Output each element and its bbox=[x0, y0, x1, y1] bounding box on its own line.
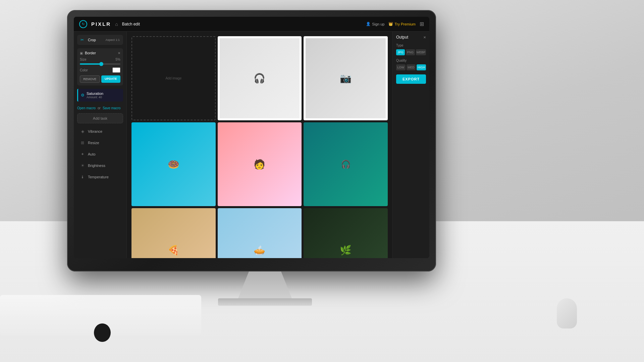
border-buttons: REMOVE UPDATE bbox=[80, 75, 120, 83]
grid-icon[interactable]: ⊞ bbox=[420, 21, 424, 27]
image-cell-donuts[interactable]: 🍩 bbox=[131, 122, 216, 206]
left-sidebar: ✂ Crop Aspect 1:1 ▣ Borde bbox=[74, 32, 127, 258]
crop-section-header[interactable]: ✂ Crop Aspect 1:1 bbox=[77, 35, 123, 45]
saturation-title: Saturation bbox=[87, 92, 120, 96]
output-quality-label: Quality bbox=[396, 59, 426, 62]
quality-med-button[interactable]: MED bbox=[407, 64, 416, 70]
center-content: Add image 🎧 📷 🍩 bbox=[127, 32, 392, 258]
color-label: Color bbox=[80, 68, 88, 72]
resize-icon: ⊞ bbox=[80, 140, 85, 145]
try-premium-label: Try Premium bbox=[394, 22, 416, 26]
open-macro-link[interactable]: Open macro bbox=[77, 106, 96, 110]
output-close-icon[interactable]: ✕ bbox=[423, 36, 426, 39]
temperature-label: Temperature bbox=[88, 175, 109, 179]
app-ui: ↻ PIXLR ⌂ Batch edit 👤 Sign up 👑 bbox=[74, 17, 429, 258]
batch-edit-label: Batch edit bbox=[122, 22, 140, 26]
image-cell-dark-leaves[interactable]: 🌿 bbox=[304, 208, 388, 258]
size-slider-thumb[interactable] bbox=[99, 62, 103, 66]
top-bar-right: 👤 Sign up 👑 Try Premium ⊞ bbox=[366, 21, 424, 27]
saturation-amount: Amount: 40 bbox=[87, 96, 120, 99]
type-buttons: JPG PNG WEBP bbox=[396, 49, 426, 55]
image-cell-teal[interactable]: 🎧 bbox=[304, 122, 388, 206]
task-item-temperature[interactable]: 🌡 Temperature bbox=[77, 172, 123, 182]
add-task-button[interactable]: Add task bbox=[77, 113, 123, 123]
main-area: ✂ Crop Aspect 1:1 ▣ Borde bbox=[74, 32, 429, 258]
monitor-wrapper: ↻ PIXLR ⌂ Batch edit 👤 Sign up 👑 bbox=[67, 10, 463, 318]
saturation-info: Saturation Amount: 40 bbox=[87, 92, 120, 99]
type-webp-button[interactable]: WEBP bbox=[416, 49, 426, 55]
img-dark-leaves: 🌿 bbox=[304, 208, 388, 258]
img-person: 🧑 bbox=[218, 122, 302, 206]
img-headphones: 🎧 bbox=[220, 38, 300, 118]
size-slider-track[interactable] bbox=[80, 63, 120, 65]
img-donuts: 🍩 bbox=[131, 122, 216, 206]
output-type-label: Type bbox=[396, 44, 426, 47]
image-cell-pizza[interactable]: 🍕 bbox=[131, 208, 216, 258]
image-cell-headphones[interactable]: 🎧 bbox=[218, 36, 302, 120]
crown-icon: 👑 bbox=[388, 22, 393, 26]
output-title: Output bbox=[396, 35, 408, 40]
size-slider-fill bbox=[80, 63, 100, 65]
export-button[interactable]: EXPORT bbox=[396, 74, 426, 84]
monitor-outer: ↻ PIXLR ⌂ Batch edit 👤 Sign up 👑 bbox=[67, 10, 436, 272]
pixlr-logo-icon: ↻ bbox=[79, 20, 87, 28]
color-swatch[interactable] bbox=[112, 67, 120, 73]
crop-section[interactable]: ✂ Crop Aspect 1:1 bbox=[77, 35, 123, 45]
remove-button[interactable]: REMOVE bbox=[80, 75, 100, 83]
brightness-label: Brightness bbox=[88, 164, 105, 168]
monitor-base bbox=[218, 298, 312, 306]
sign-up-button[interactable]: 👤 Sign up bbox=[366, 22, 384, 26]
border-icon: ▣ bbox=[80, 51, 83, 55]
mouse bbox=[557, 298, 577, 328]
image-grid: Add image 🎧 📷 🍩 bbox=[131, 36, 388, 258]
monitor-screen: ↻ PIXLR ⌂ Batch edit 👤 Sign up 👑 bbox=[74, 17, 429, 258]
border-section: ▣ Border ✕ Size 5% bbox=[77, 48, 123, 85]
home-icon[interactable]: ⌂ bbox=[115, 21, 118, 27]
image-cell-camera[interactable]: 📷 bbox=[304, 36, 388, 120]
user-icon: 👤 bbox=[366, 22, 371, 26]
size-value: 5% bbox=[116, 58, 120, 61]
saturation-section[interactable]: ⚙ Saturation Amount: 40 bbox=[77, 89, 123, 102]
right-panel: Output ✕ Type JPG PNG WEBP Quality bbox=[392, 32, 429, 258]
task-item-resize[interactable]: ⊞ Resize bbox=[77, 138, 123, 147]
brightness-icon: ☀ bbox=[80, 163, 85, 168]
task-item-auto[interactable]: ✦ Auto bbox=[77, 149, 123, 159]
img-pizza: 🍕 bbox=[131, 208, 216, 258]
update-button[interactable]: UPDATE bbox=[101, 75, 121, 83]
size-label: Size bbox=[80, 58, 86, 61]
auto-label: Auto bbox=[88, 152, 96, 156]
macro-or-text: or bbox=[98, 106, 101, 110]
border-title: ▣ Border bbox=[80, 51, 96, 55]
border-close-icon[interactable]: ✕ bbox=[118, 51, 120, 55]
vibrance-icon: ◈ bbox=[80, 129, 85, 134]
sign-up-label: Sign up bbox=[372, 22, 384, 26]
type-png-button[interactable]: PNG bbox=[406, 49, 415, 55]
quality-low-button[interactable]: LOW bbox=[396, 64, 406, 70]
img-teal: 🎧 bbox=[304, 122, 388, 206]
crop-title: Crop bbox=[88, 38, 103, 42]
top-bar-left: ↻ PIXLR ⌂ Batch edit bbox=[79, 20, 140, 28]
task-item-vibrance[interactable]: ◈ Vibrance bbox=[77, 127, 123, 136]
quality-buttons: LOW MED HIGH bbox=[396, 64, 426, 70]
save-macro-link[interactable]: Save macro bbox=[103, 106, 120, 110]
add-image-text: Add image bbox=[165, 76, 181, 80]
try-premium-button[interactable]: 👑 Try Premium bbox=[388, 22, 416, 26]
quality-high-button[interactable]: HIGH bbox=[417, 64, 426, 70]
temperature-icon: 🌡 bbox=[80, 175, 85, 179]
crop-subtitle: Aspect 1:1 bbox=[105, 38, 120, 42]
monitor-stand bbox=[238, 272, 292, 298]
saturation-icon: ⚙ bbox=[81, 93, 85, 98]
output-header: Output ✕ bbox=[396, 35, 426, 40]
vibrance-label: Vibrance bbox=[88, 129, 102, 133]
border-size-row: Size 5% bbox=[80, 58, 120, 61]
add-image-cell[interactable]: Add image bbox=[131, 36, 216, 120]
image-cell-tarts[interactable]: 🥧 bbox=[218, 208, 302, 258]
task-item-brightness[interactable]: ☀ Brightness bbox=[77, 161, 123, 170]
crop-icon: ✂ bbox=[80, 38, 86, 42]
image-cell-person[interactable]: 🧑 bbox=[218, 122, 302, 206]
type-jpg-button[interactable]: JPG bbox=[396, 49, 405, 55]
desk-scene: ↻ PIXLR ⌂ Batch edit 👤 Sign up 👑 bbox=[0, 0, 644, 362]
border-label: Border bbox=[85, 51, 96, 55]
coffee-cup bbox=[94, 323, 111, 342]
resize-label: Resize bbox=[88, 141, 99, 145]
